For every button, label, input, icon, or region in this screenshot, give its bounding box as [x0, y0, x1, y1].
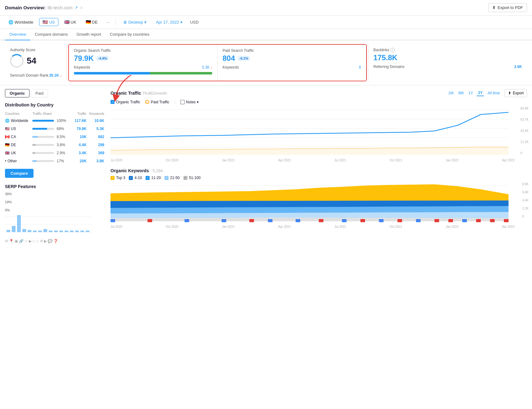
kx-jul2021: Jul 2021: [334, 225, 346, 228]
currency-label: USD: [188, 19, 201, 26]
svg-rect-42: [319, 219, 323, 222]
keywords-value[interactable]: 299: [98, 143, 104, 147]
11-20-checkbox: ✓: [146, 176, 150, 180]
country-name: 🇨🇦 CA: [5, 135, 32, 139]
svg-rect-14: [59, 231, 63, 232]
more-countries[interactable]: ···: [104, 19, 112, 26]
traffic-value[interactable]: 117.6K: [74, 119, 87, 123]
referring-domains-value[interactable]: 2.6K: [514, 65, 522, 69]
tab-compare-domains[interactable]: Compare domains: [30, 29, 72, 40]
referring-domains-row: Referring Domains 2.6K: [373, 65, 522, 69]
country-flag: 🇨🇦: [5, 135, 10, 139]
keywords-value[interactable]: 882: [98, 135, 104, 139]
svg-rect-45: [379, 219, 384, 222]
organic-toggle-button[interactable]: Organic: [5, 89, 29, 97]
nav-worldwide[interactable]: 🌐 Worldwide: [5, 18, 37, 26]
serp-icon-box: ▣: [15, 239, 18, 243]
nav-de[interactable]: 🇩🇪 DE: [82, 18, 101, 26]
organic-x-axis: Jul 2020 Oct 2020 Jan 2021 Apr 2021 Jul …: [110, 159, 527, 162]
filter-6m[interactable]: 6M: [457, 90, 465, 96]
keywords-value[interactable]: 10.6K: [94, 119, 104, 123]
organic-checkbox[interactable]: ✓: [110, 100, 115, 104]
svg-rect-8: [28, 230, 31, 232]
kw-legend-51-100[interactable]: ✓ 51-100: [183, 176, 201, 180]
notes-chevron: ▾: [197, 100, 199, 104]
paid-search-card: Paid Search Traffic 804 -0.1% Keywords 8: [218, 45, 366, 81]
svg-rect-53: [504, 219, 508, 222]
traffic-value[interactable]: 20K: [80, 159, 87, 163]
tab-overview[interactable]: Overview: [5, 29, 30, 40]
organic-traffic-chart: [110, 107, 527, 156]
traffic-percent: 8.5%: [56, 135, 65, 139]
serp-icon-square: □: [33, 239, 35, 243]
legend-notes[interactable]: Notes ▾: [180, 100, 199, 104]
country-name: 🇬🇧 UK: [5, 151, 32, 155]
country-name: 🇩🇪 DE: [5, 143, 32, 147]
traffic-value[interactable]: 10K: [80, 135, 87, 139]
paid-toggle-button[interactable]: Paid: [31, 89, 48, 97]
traffic-percent: 68%: [56, 127, 64, 131]
kw-legend-21-50[interactable]: ✓ 21-50: [165, 176, 180, 180]
organic-search-value: 79.9K -4.4%: [74, 54, 212, 63]
y-21k: 21.2K: [521, 140, 529, 144]
col-keywords: Keywords: [87, 110, 104, 117]
x-oct2021: Oct 2021: [390, 159, 402, 162]
svg-marker-34: [110, 184, 508, 201]
kw-legend-4-10[interactable]: ✓ 4-10: [129, 176, 142, 180]
date-label: Apr 17, 2022: [156, 20, 179, 25]
filter-1m[interactable]: 1M: [447, 90, 455, 96]
semrush-rank-row: Semrush Domain Rank 35.1K ↓: [10, 73, 62, 78]
x-jan2021: Jan 2021: [222, 159, 235, 162]
semrush-rank-label: Semrush Domain Rank: [10, 73, 48, 78]
x-apr2022: Apr 2022: [502, 159, 515, 162]
paid-keywords-value[interactable]: 8: [359, 65, 361, 70]
keywords-value[interactable]: 5.3K ↓: [202, 65, 212, 70]
tab-compare-countries[interactable]: Compare by countries: [106, 29, 154, 40]
highlighted-cards-group: Organic Search Traffic 79.9K -4.4% Keywo…: [68, 44, 367, 81]
de-flag: 🇩🇪: [86, 20, 91, 25]
paid-checkbox[interactable]: ✓: [145, 100, 149, 104]
keywords-value[interactable]: 5.3K: [97, 127, 104, 131]
date-dropdown[interactable]: Apr 17, 2022 ▾: [152, 18, 186, 26]
tab-growth-report[interactable]: Growth report: [72, 29, 105, 40]
legend-paid[interactable]: ✓ Paid Traffic: [145, 100, 169, 104]
svg-rect-39: [249, 219, 254, 222]
compare-button[interactable]: Compare: [5, 169, 34, 178]
nav-us[interactable]: 🇺🇸 US: [39, 18, 58, 26]
svg-rect-15: [65, 231, 68, 232]
organic-badge: -4.4%: [96, 56, 109, 61]
favorite-icon[interactable]: ☆: [80, 5, 83, 10]
serp-feature-icons: ✉ 📍 ▣ 🔗 ☆ ▶ □ ☆ ✉ ▶ 💬 ❓: [5, 239, 104, 243]
organic-traffic-title: Organic Traffic: [110, 91, 141, 96]
backlinks-info-icon[interactable]: i: [390, 48, 395, 52]
worldwide-label: Worldwide: [15, 20, 33, 25]
organic-keywords-row: Keywords 5.3K ↓: [74, 65, 212, 70]
filter-2y[interactable]: 2Y: [477, 90, 484, 96]
chart-export-button[interactable]: ⬆ Export: [505, 89, 527, 97]
divider: [115, 19, 116, 25]
51-100-checkbox: ✓: [183, 176, 187, 180]
external-link-icon[interactable]: ↗: [74, 5, 78, 10]
legend-organic[interactable]: ✓ Organic Traffic: [110, 100, 140, 104]
chart-legend: ✓ Organic Traffic ✓ Paid Traffic | Notes…: [110, 100, 527, 104]
svg-rect-51: [476, 219, 481, 222]
traffic-value[interactable]: 3.4K: [79, 151, 86, 155]
traffic-value[interactable]: 79.9K: [77, 127, 87, 131]
paid-legend-label: Paid Traffic: [151, 100, 169, 104]
kw-legend-top3[interactable]: ✓ Top 3: [110, 176, 125, 180]
export-pdf-button[interactable]: ⬆ Export to PDF: [488, 3, 527, 12]
device-dropdown[interactable]: 🖥 Desktop ▾: [119, 18, 150, 26]
keywords-value[interactable]: 369: [98, 151, 104, 155]
traffic-value[interactable]: 4.4K: [79, 143, 86, 147]
filter-all[interactable]: All time: [486, 90, 501, 96]
svg-rect-50: [462, 219, 467, 222]
right-panel: Organic Traffic 79,862/month 1M 6M 1Y 2Y…: [110, 89, 527, 243]
backlinks-card: Backlinks i 175.8K Referring Domains 2.6…: [368, 44, 527, 81]
keywords-value[interactable]: 3.8K: [97, 159, 104, 163]
semrush-rank-value[interactable]: 35.1K ↓: [49, 73, 62, 78]
ky-6.6k: 6.6K: [522, 191, 529, 194]
nav-uk[interactable]: 🇬🇧 UK: [61, 18, 80, 26]
serp-icon-mail: ✉: [5, 239, 8, 243]
filter-1y[interactable]: 1Y: [467, 90, 475, 96]
kw-legend-11-20[interactable]: ✓ 11-20: [146, 176, 161, 180]
